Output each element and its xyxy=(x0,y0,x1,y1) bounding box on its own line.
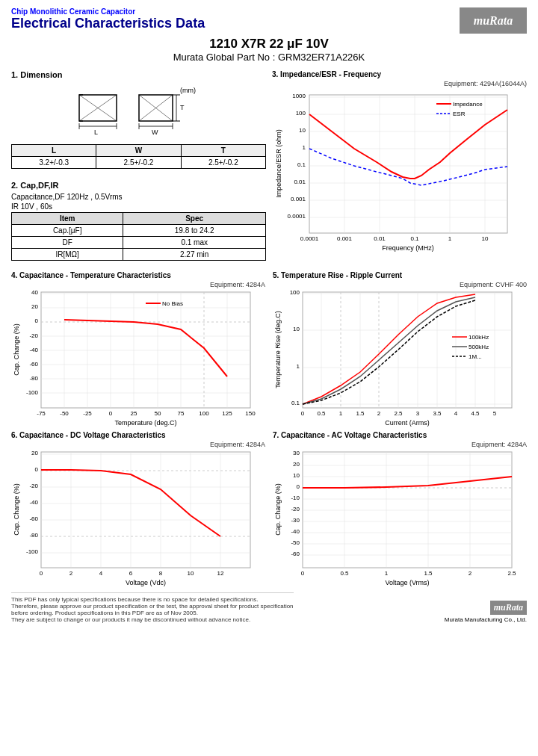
svg-text:-100: -100 xyxy=(26,548,39,555)
svg-text:-20: -20 xyxy=(29,332,38,339)
left-column: 1. Dimension xyxy=(11,70,266,267)
svg-text:Voltage (Vdc): Voltage (Vdc) xyxy=(126,579,166,586)
svg-text:No Bias: No Bias xyxy=(162,300,183,307)
svg-text:4: 4 xyxy=(99,570,103,577)
main-title: Electrical Characteristics Data xyxy=(11,16,205,31)
charts-row-1: 4. Capacitance - Temperature Characteris… xyxy=(11,271,527,427)
footer-line-4: They are subject to change or our produc… xyxy=(11,616,294,623)
svg-text:1.5: 1.5 xyxy=(424,570,433,577)
svg-text:-60: -60 xyxy=(291,551,300,557)
svg-text:-80: -80 xyxy=(29,375,38,382)
footer-line-2: Therefore, please approve our product sp… xyxy=(11,603,294,610)
svg-text:L: L xyxy=(94,128,98,136)
right-column: 3. Impedance/ESR - Frequency Equipment: … xyxy=(272,70,527,267)
cap-title: 2. Cap,DF,IR xyxy=(11,181,266,190)
svg-text:0.5: 0.5 xyxy=(317,410,326,417)
cap-temp-equipment: Equipment: 4284A xyxy=(11,281,265,288)
svg-text:0.1: 0.1 xyxy=(297,161,306,168)
svg-text:-50: -50 xyxy=(60,410,69,417)
svg-text:3: 3 xyxy=(416,410,420,417)
svg-text:2: 2 xyxy=(469,570,472,577)
svg-text:0.001: 0.001 xyxy=(337,235,353,242)
svg-text:3.5: 3.5 xyxy=(433,410,442,417)
cap-item-2: DF xyxy=(12,237,123,249)
svg-text:1: 1 xyxy=(448,235,452,242)
svg-text:-40: -40 xyxy=(29,499,38,506)
svg-text:6: 6 xyxy=(129,570,133,577)
svg-text:-40: -40 xyxy=(29,347,38,353)
svg-text:50: 50 xyxy=(155,410,161,417)
footer-line-1: This PDF has only typical specifications… xyxy=(11,596,294,603)
svg-text:2: 2 xyxy=(377,410,381,417)
svg-text:Cap. Change (%): Cap. Change (%) xyxy=(13,323,20,376)
svg-text:Voltage (Vrms): Voltage (Vrms) xyxy=(385,579,429,586)
dim-w-val: 2.5+/-0.2 xyxy=(96,157,181,169)
subtitle: Chip Monolithic Ceramic Capacitor xyxy=(11,7,205,16)
svg-text:(mm): (mm) xyxy=(180,87,196,94)
svg-text:-20: -20 xyxy=(291,506,300,512)
charts-row-2: 6. Capacitance - DC Voltage Characterist… xyxy=(11,431,527,586)
cap-header-item: Item xyxy=(12,213,123,225)
svg-text:20: 20 xyxy=(31,303,38,310)
svg-text:-50: -50 xyxy=(291,539,300,546)
dim-header-t: T xyxy=(181,145,265,157)
svg-text:75: 75 xyxy=(178,410,185,417)
svg-text:0: 0 xyxy=(301,410,305,417)
cap-item-3: IR[MΩ] xyxy=(12,249,123,261)
table-row: IR[MΩ] 2.27 min xyxy=(12,249,266,261)
svg-text:-30: -30 xyxy=(291,517,300,524)
dim-header-w: W xyxy=(96,145,181,157)
cap-item-1: Cap.[μF] xyxy=(12,225,123,237)
svg-text:10: 10 xyxy=(299,127,306,134)
svg-text:0: 0 xyxy=(109,410,113,417)
impedance-section: 3. Impedance/ESR - Frequency Equipment: … xyxy=(272,70,527,255)
svg-text:1.5: 1.5 xyxy=(356,410,365,417)
dimension-title: 1. Dimension xyxy=(11,70,266,79)
svg-text:-25: -25 xyxy=(83,410,92,417)
svg-text:Impedance/ESR (ohm): Impedance/ESR (ohm) xyxy=(275,129,282,198)
svg-text:4: 4 xyxy=(454,410,458,417)
cap-ac-chart: 30 20 10 0 -10 -20 -30 -40 -50 -60 xyxy=(273,448,519,586)
footer-logo: muRata xyxy=(490,601,527,615)
impedance-title: 3. Impedance/ESR - Frequency xyxy=(272,70,527,78)
svg-text:0: 0 xyxy=(35,466,39,473)
svg-text:8: 8 xyxy=(159,570,163,577)
svg-rect-21 xyxy=(309,95,507,233)
svg-text:0.1: 0.1 xyxy=(410,235,419,242)
svg-text:150: 150 xyxy=(245,410,256,417)
logo: muRata xyxy=(474,14,513,28)
cap-temp-chart: 40 20 0 -20 -40 -60 -80 -100 xyxy=(11,288,258,427)
svg-text:100: 100 xyxy=(290,289,300,296)
svg-rect-162 xyxy=(303,452,512,568)
svg-text:1: 1 xyxy=(297,363,300,370)
svg-text:2.5: 2.5 xyxy=(394,410,403,417)
part-number: 1210 X7R 22 μF 10V xyxy=(11,37,527,52)
logo-box: muRata xyxy=(460,7,527,34)
svg-text:-40: -40 xyxy=(291,528,300,535)
svg-text:Current (Arms): Current (Arms) xyxy=(385,419,430,427)
footer-line-3: before ordering. Product specifications … xyxy=(11,610,294,616)
svg-text:2: 2 xyxy=(69,570,73,577)
svg-text:1000: 1000 xyxy=(292,93,306,99)
cap-spec-2: 0.1 max xyxy=(123,237,266,249)
svg-text:1: 1 xyxy=(303,144,306,151)
cap-temp-section: 4. Capacitance - Temperature Characteris… xyxy=(11,271,265,427)
svg-text:20: 20 xyxy=(31,450,38,456)
svg-text:ESR: ESR xyxy=(453,111,466,117)
svg-text:10: 10 xyxy=(188,570,194,577)
impedance-equipment: Equipment: 4294A(16044A) xyxy=(272,80,527,87)
table-row: DF 0.1 max xyxy=(12,237,266,249)
svg-text:10: 10 xyxy=(293,326,300,332)
svg-text:0: 0 xyxy=(301,570,305,577)
footer-company: Murata Manufacturing Co., Ltd. xyxy=(445,616,527,623)
svg-text:1: 1 xyxy=(385,570,389,577)
main-sections: 1. Dimension xyxy=(11,70,527,267)
temp-rise-title: 5. Temperature Rise - Ripple Current xyxy=(273,271,527,279)
svg-text:0: 0 xyxy=(35,317,39,324)
svg-text:0.01: 0.01 xyxy=(374,235,386,242)
svg-text:2.5: 2.5 xyxy=(507,570,516,577)
cap-dc-chart: 20 0 -20 -40 -60 -80 -100 0 2 4 xyxy=(11,448,258,586)
svg-text:125: 125 xyxy=(222,410,232,417)
svg-text:5: 5 xyxy=(493,410,497,417)
cap-dc-section: 6. Capacitance - DC Voltage Characterist… xyxy=(11,431,265,586)
